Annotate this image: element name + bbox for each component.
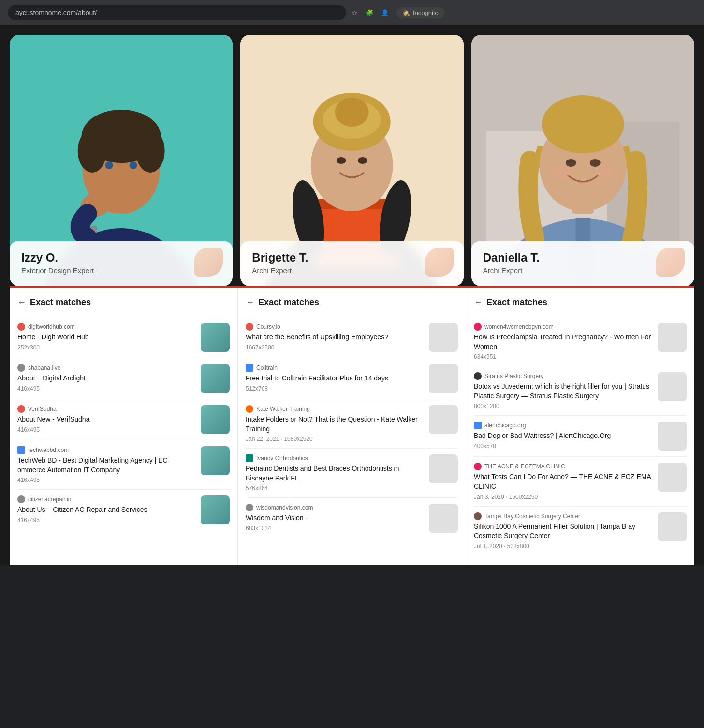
profile-label-daniella: Daniella T. Archi Expert [471, 241, 694, 286]
result-item[interactable]: alertchicago.org Bad Dog or Bad Waitress… [474, 416, 687, 457]
svg-point-7 [105, 161, 113, 169]
result-title: Pediatric Dentists and Best Braces Ortho… [246, 464, 423, 483]
back-arrow-2[interactable]: ← [246, 297, 254, 307]
source-name: VerifSudha [28, 406, 57, 412]
url-bar[interactable]: aycustomhome.com/about/ [8, 5, 346, 20]
source-name: Kate Walker Training [256, 406, 310, 412]
result-title: Free trial to Colltrain Facilitator Plus… [246, 374, 423, 383]
svg-point-39 [565, 159, 576, 167]
svg-point-41 [552, 167, 570, 178]
incognito-label: Incognito [413, 9, 439, 16]
favicon-icon [246, 504, 253, 511]
result-info: techwebbd.com TechWeb BD - Best Digital … [17, 446, 195, 483]
result-title: Bad Dog or Bad Waitress? | AlertChicago.… [474, 431, 652, 441]
result-item[interactable]: digitworldhub.com Home - Digit World Hub… [17, 317, 230, 358]
result-meta: 416x495 [17, 477, 195, 483]
column-1-header: ← Exact matches [17, 297, 230, 307]
result-title: Intake Folders or Not? That is the Quest… [246, 415, 423, 434]
favicon-icon [17, 446, 25, 454]
favicon-icon [474, 422, 482, 429]
result-info: Kate Walker Training Intake Folders or N… [246, 405, 423, 442]
svg-point-6 [136, 129, 165, 173]
result-item[interactable]: Stratus Plastic Surgery Botox vs Juveder… [474, 366, 687, 416]
back-arrow-3[interactable]: ← [474, 297, 483, 307]
result-item[interactable]: shabana.live About – Digital Arclight 41… [17, 358, 230, 399]
result-info: Colltrain Free trial to Colltrain Facili… [246, 364, 423, 392]
result-meta: 1667x2500 [246, 344, 423, 351]
result-title: Botox vs Juvederm: which is the right fi… [474, 382, 652, 401]
source-name: wisdomandvision.com [256, 504, 313, 511]
browser-chrome: aycustomhome.com/about/ ☆ 🧩 👤 🕵 Incognit… [0, 0, 704, 25]
result-meta: 416x495 [17, 517, 195, 524]
favicon-icon [474, 512, 482, 520]
result-thumbnail [658, 463, 687, 492]
result-item[interactable]: citizenacrepair.in About Us – Citizen AC… [17, 490, 230, 530]
profile-card-daniella[interactable]: Daniella T. Archi Expert [471, 35, 694, 286]
result-source: Stratus Plastic Surgery [474, 372, 652, 380]
svg-point-38 [542, 95, 624, 153]
result-item[interactable]: women4womenobgyn.com How Is Preeclampsia… [474, 317, 687, 366]
star-icon[interactable]: ☆ [352, 9, 358, 16]
result-title: Silikon 1000 A Permanent Filler Solution… [474, 522, 652, 541]
column-2-title: Exact matches [258, 297, 319, 307]
result-source: alertchicago.org [474, 422, 652, 429]
result-thumbnail [658, 323, 687, 352]
result-source: techwebbd.com [17, 446, 195, 454]
profile-label-brigette: Brigette T. Archi Expert [240, 241, 463, 286]
result-title: TechWeb BD - Best Digital Marketing Agen… [17, 456, 195, 475]
result-item[interactable]: Ivanov Orthodontics Pediatric Dentists a… [246, 449, 458, 498]
column-1-title: Exact matches [30, 297, 91, 307]
favicon-icon [474, 323, 482, 331]
favicon-icon [246, 405, 253, 413]
result-item[interactable]: Colltrain Free trial to Colltrain Facili… [246, 358, 458, 399]
profiles-section: Izzy O. Exterior Design Expert [10, 35, 694, 286]
profile-icon[interactable]: 👤 [381, 9, 389, 16]
result-meta: 512x768 [246, 385, 423, 392]
result-info: alertchicago.org Bad Dog or Bad Waitress… [474, 422, 652, 450]
result-item[interactable]: Tampa Bay Cosmetic Surgery Center Siliko… [474, 507, 687, 555]
result-title: Wisdom and Vision - [246, 513, 423, 523]
incognito-indicator: 🕵 Incognito [396, 7, 444, 18]
svg-point-28 [335, 98, 369, 127]
incognito-icon: 🕵 [402, 9, 410, 16]
result-thumbnail [201, 405, 230, 434]
result-source: citizenacrepair.in [17, 495, 195, 503]
result-source: Colltrain [246, 364, 423, 372]
source-name: Coursy.io [256, 323, 280, 330]
main-content: Izzy O. Exterior Design Expert [0, 25, 704, 565]
result-source: Coursy.io [246, 323, 423, 331]
result-thumbnail [429, 323, 458, 352]
result-meta: 576x864 [246, 485, 423, 492]
result-item[interactable]: Coursy.io What are the Benefits of Upski… [246, 317, 458, 358]
source-name: citizenacrepair.in [28, 496, 71, 503]
result-item[interactable]: wisdomandvision.com Wisdom and Vision - … [246, 498, 458, 539]
result-info: shabana.live About – Digital Arclight 41… [17, 364, 195, 392]
profile-role-izzy: Exterior Design Expert [21, 266, 221, 275]
source-name: techwebbd.com [28, 447, 69, 453]
back-arrow-1[interactable]: ← [17, 297, 26, 307]
favicon-icon [246, 323, 253, 331]
profile-label-izzy: Izzy O. Exterior Design Expert [10, 241, 233, 286]
source-name: shabana.live [28, 364, 60, 371]
favicon-icon [17, 323, 25, 331]
result-thumbnail [429, 405, 458, 434]
result-item[interactable]: Kate Walker Training Intake Folders or N… [246, 399, 458, 449]
profile-card-brigette[interactable]: Brigette T. Archi Expert [240, 35, 463, 286]
extension-icon[interactable]: 🧩 [366, 9, 373, 16]
result-meta: 252x300 [17, 344, 195, 351]
result-item[interactable]: VerifSudha About New - VerifSudha 416x49… [17, 399, 230, 440]
result-info: Tampa Bay Cosmetic Surgery Center Siliko… [474, 512, 652, 550]
favicon-icon [474, 372, 482, 380]
result-item[interactable]: techwebbd.com TechWeb BD - Best Digital … [17, 440, 230, 490]
column-3-header: ← Exact matches [474, 297, 687, 307]
profile-card-izzy[interactable]: Izzy O. Exterior Design Expert [10, 35, 233, 286]
result-item[interactable]: THE ACNE & ECZEMA CLINIC What Tests Can … [474, 457, 687, 506]
result-thumbnail [658, 422, 687, 451]
result-source: women4womenobgyn.com [474, 323, 652, 331]
svg-point-30 [358, 157, 367, 164]
result-meta: 683x1024 [246, 525, 423, 532]
result-thumbnail [201, 323, 230, 352]
source-name: THE ACNE & ECZEMA CLINIC [484, 463, 565, 470]
profile-name-izzy: Izzy O. [21, 251, 221, 264]
result-thumbnail [658, 372, 687, 401]
